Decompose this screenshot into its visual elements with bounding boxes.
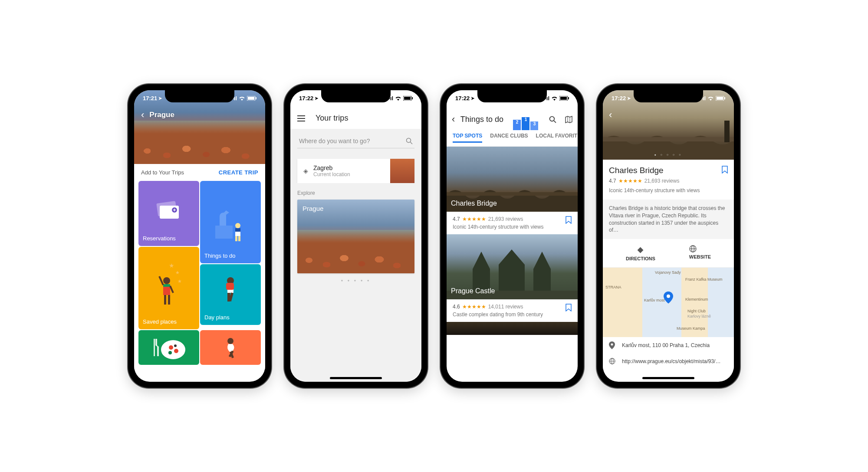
svg-rect-4 — [160, 206, 179, 219]
stars-icon: ★★★★★ — [462, 304, 486, 310]
tile-things-to-do[interactable]: Things to do — [200, 181, 261, 263]
wifi-icon — [551, 96, 558, 101]
map-label: STRANA — [605, 285, 621, 289]
svg-rect-50 — [724, 97, 725, 99]
discover-icon — [204, 334, 256, 361]
spot-name: Prague Castle — [451, 287, 495, 295]
svg-rect-46 — [447, 192, 578, 196]
svg-rect-2 — [256, 97, 256, 99]
svg-point-28 — [168, 351, 172, 354]
globe-icon — [689, 245, 711, 252]
saved-places-icon: ★★★ — [143, 251, 195, 318]
photo-dots: ● ○ ○ ○ ○ — [654, 153, 683, 156]
home-indicator[interactable] — [642, 377, 694, 379]
battery-icon — [559, 96, 569, 101]
svg-rect-9 — [235, 228, 240, 232]
notch — [321, 90, 391, 102]
create-trip-button[interactable]: CREATE TRIP — [219, 169, 258, 176]
svg-point-31 — [227, 338, 233, 344]
status-time: 17:22 — [612, 95, 626, 102]
search-icon[interactable] — [549, 116, 556, 123]
svg-rect-19 — [168, 295, 170, 305]
svg-rect-11 — [238, 236, 240, 241]
long-desc: Charles Bridge is a historic bridge that… — [603, 200, 734, 239]
tab-dance-clubs[interactable]: DANCE CLUBS — [490, 133, 528, 143]
location-thumb — [390, 159, 414, 183]
svg-rect-51 — [603, 137, 734, 141]
add-trips-label: Add to Your Trips — [141, 169, 184, 176]
current-location-card[interactable]: ◈ Zagreb Current location — [297, 159, 414, 183]
back-icon[interactable]: ‹ — [141, 109, 144, 121]
explore-card-title: Prague — [302, 205, 323, 212]
tile-saved-places[interactable]: ★★★ Saved places — [138, 247, 199, 329]
svg-rect-41 — [568, 97, 569, 99]
spot-desc: Castle complex dating from 9th century — [453, 311, 572, 318]
rating-value: 4.7 — [453, 216, 460, 222]
notch — [165, 90, 234, 102]
day-plans-icon — [204, 269, 256, 314]
reservations-icon — [143, 185, 195, 235]
bookmark-icon[interactable] — [722, 166, 728, 174]
svg-rect-52 — [724, 121, 730, 142]
target-icon: ◈ — [303, 167, 308, 174]
spot-image: Charles Bridge — [447, 147, 578, 212]
review-count: 14,011 reviews — [488, 304, 523, 310]
svg-rect-40 — [560, 97, 567, 100]
directions-button[interactable]: ◆ DIRECTIONS — [626, 245, 655, 261]
spot-image: Prague Castle — [447, 234, 578, 299]
svg-point-15 — [163, 277, 170, 284]
tile-discover[interactable] — [200, 330, 261, 365]
svg-point-57 — [611, 344, 613, 346]
tab-local-favorites[interactable]: LOCAL FAVORITES — [536, 133, 578, 143]
phone-3: 17:22➤ ••ıl ‹ Things to do 213 TOP SPOTS… — [441, 84, 584, 388]
battery-icon — [716, 96, 725, 101]
status-time: 17:22 — [455, 95, 470, 102]
map-pin-icon — [664, 292, 673, 304]
bookmark-icon[interactable] — [566, 216, 572, 224]
globe-icon — [609, 358, 616, 364]
tile-day-plans[interactable]: Day plans — [200, 264, 261, 325]
tab-top-spots[interactable]: TOP SPOTS — [453, 133, 482, 143]
map-label: Vojanovy Sady — [655, 270, 681, 275]
tile-reservations[interactable]: Reservations — [138, 181, 199, 246]
spot-card-prague-castle[interactable]: Prague Castle 4.6 ★★★★★ 14,011 reviews C… — [447, 234, 578, 322]
svg-text:★: ★ — [169, 262, 174, 269]
spot-card-partial[interactable] — [447, 322, 578, 335]
battery-icon — [403, 96, 413, 101]
svg-rect-49 — [717, 97, 723, 100]
menu-icon[interactable] — [297, 115, 305, 121]
phone-1: 17:21➤ ••ıl ‹ Prague Add to Your Trips C… — [128, 84, 271, 388]
phone-4: 17:22➤ ••ıl ‹ ● ○ ○ ○ ○ Charles Bridge 4… — [597, 84, 740, 388]
svg-text:★: ★ — [175, 270, 180, 275]
url-text: http://www.prague.eu/cs/objekt/mista/93/… — [622, 358, 720, 364]
svg-rect-18 — [164, 295, 166, 305]
search-input[interactable]: Where do you want to go? — [297, 134, 414, 148]
location-sub: Current location — [313, 171, 385, 177]
svg-point-29 — [174, 344, 177, 347]
svg-rect-35 — [404, 97, 411, 100]
home-indicator[interactable] — [174, 377, 226, 379]
battery-icon — [247, 96, 256, 101]
svg-line-43 — [554, 121, 556, 123]
svg-point-7 — [235, 223, 240, 228]
svg-rect-22 — [226, 283, 234, 290]
tile-food[interactable] — [138, 330, 199, 365]
action-bar: Add to Your Trips CREATE TRIP — [134, 164, 265, 181]
map-icon[interactable] — [565, 116, 572, 123]
home-indicator[interactable] — [330, 377, 382, 379]
spot-card-charles-bridge[interactable]: Charles Bridge 4.7 ★★★★★ 21,693 reviews … — [447, 147, 578, 234]
svg-point-42 — [550, 116, 555, 121]
map[interactable]: STRANA Karlův most Klementinum Franz Kaf… — [603, 268, 734, 337]
map-label: Karlovy lázně — [687, 314, 711, 318]
address-text: Karlův most, 110 00 Praha 1, Czechia — [622, 342, 710, 348]
bookmark-icon[interactable] — [566, 304, 572, 311]
website-button[interactable]: WEBSITE — [689, 245, 711, 261]
stars-icon: ★★★★★ — [462, 216, 486, 222]
page-title: Your trips — [316, 114, 348, 123]
address-row[interactable]: Karlův most, 110 00 Praha 1, Czechia — [603, 337, 734, 354]
svg-rect-36 — [412, 97, 413, 99]
website-row[interactable]: http://www.prague.eu/cs/objekt/mista/93/… — [603, 354, 734, 369]
explore-card-prague[interactable]: Prague — [297, 200, 414, 273]
back-icon[interactable]: ‹ — [452, 114, 455, 125]
explore-label: Explore — [290, 183, 421, 200]
